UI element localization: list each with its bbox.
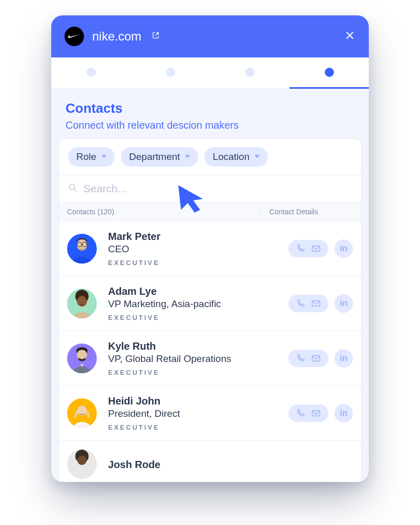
contact-name: Kyle Ruth [108, 340, 288, 352]
contact-tag: EXECUTIVE [108, 259, 288, 267]
page-title: Contacts [66, 100, 354, 116]
search-row [59, 175, 361, 202]
tab-2[interactable] [131, 57, 210, 89]
tab-1[interactable] [51, 57, 131, 89]
svg-rect-12 [312, 411, 320, 416]
filter-label: Location [213, 151, 249, 163]
phone-email-button[interactable] [288, 350, 328, 367]
avatar [67, 234, 97, 264]
linkedin-button[interactable]: in [334, 294, 353, 313]
contact-tag: EXECUTIVE [108, 423, 288, 431]
avatar [67, 398, 97, 428]
svg-point-14 [77, 456, 87, 465]
contact-actions: in [288, 239, 353, 258]
svg-point-0 [69, 184, 75, 190]
email-icon [311, 354, 321, 363]
phone-icon [296, 409, 306, 418]
email-icon [311, 244, 321, 253]
tab-dot-icon [245, 68, 255, 77]
column-contacts: Contacts (120) [59, 203, 261, 221]
contact-actions: in [288, 294, 353, 313]
search-icon [68, 183, 77, 194]
avatar [67, 344, 97, 373]
contact-info: Josh Rode [108, 459, 353, 471]
filter-role[interactable]: Role [68, 147, 115, 167]
contact-tag: EXECUTIVE [108, 314, 288, 321]
contact-row[interactable]: Heidi John President, Direct EXECUTIVE i… [59, 386, 361, 441]
filter-label: Department [129, 151, 180, 163]
contact-title: VP Marketing, Asia-pacific [108, 298, 288, 310]
contact-title: President, Direct [108, 408, 288, 419]
contact-name: Heidi John [108, 395, 288, 407]
nike-swoosh-icon [68, 33, 81, 40]
contact-tag: EXECUTIVE [108, 369, 288, 376]
contact-row[interactable]: Josh Rode [59, 441, 361, 482]
brand-logo [65, 27, 84, 46]
tab-dot-icon [166, 68, 175, 77]
phone-icon [296, 354, 306, 363]
contact-info: Kyle Ruth VP, Global Retail Operations E… [108, 340, 288, 376]
contact-row[interactable]: Kyle Ruth VP, Global Retail Operations E… [59, 331, 361, 386]
contact-info: Adam Lye VP Marketing, Asia-pacific EXEC… [108, 286, 288, 321]
column-details: Contact Details [261, 203, 361, 221]
svg-rect-4 [312, 246, 320, 252]
svg-point-11 [77, 406, 87, 416]
contact-title: CEO [108, 244, 288, 255]
contact-title: VP, Global Retail Operations [108, 353, 288, 365]
phone-email-button[interactable] [288, 240, 328, 257]
contacts-panel: nike.com Contacts Connect with relevant … [51, 15, 369, 482]
column-headers: Contacts (120) Contact Details [59, 202, 361, 221]
phone-icon [296, 244, 306, 253]
avatar [67, 289, 97, 318]
phone-email-button[interactable] [288, 405, 328, 422]
contacts-card: Role Department Location Contac [58, 138, 362, 482]
contact-row[interactable]: Mark Peter CEO EXECUTIVE in [59, 221, 361, 276]
search-input[interactable] [83, 183, 352, 195]
page-subtitle: Connect with relevant descion makers [66, 119, 354, 131]
svg-rect-10 [312, 356, 320, 361]
filter-department[interactable]: Department [121, 147, 198, 167]
contact-actions: in [288, 349, 353, 368]
panel-header: nike.com [51, 15, 369, 57]
chevron-down-icon [101, 155, 107, 159]
contact-name: Adam Lye [108, 286, 288, 297]
tab-3[interactable] [210, 57, 289, 89]
linkedin-icon: in [340, 244, 347, 254]
contact-info: Mark Peter CEO EXECUTIVE [108, 231, 288, 267]
filter-bar: Role Department Location [59, 139, 361, 175]
tab-bar [51, 57, 369, 89]
contact-name: Josh Rode [108, 459, 353, 471]
filter-label: Role [76, 151, 96, 163]
linkedin-button[interactable]: in [334, 404, 353, 422]
linkedin-icon: in [340, 298, 347, 309]
contact-row[interactable]: Adam Lye VP Marketing, Asia-pacific EXEC… [59, 276, 361, 331]
linkedin-button[interactable]: in [334, 239, 353, 258]
phone-email-button[interactable] [288, 295, 328, 312]
contact-name: Mark Peter [108, 231, 288, 243]
svg-rect-8 [312, 301, 320, 307]
tab-dot-icon [325, 68, 334, 77]
linkedin-icon: in [340, 408, 347, 418]
page-heading: Contacts Connect with relevant descion m… [51, 89, 369, 138]
contact-actions: in [288, 404, 353, 422]
email-icon [311, 299, 321, 308]
email-icon [311, 409, 321, 418]
close-button[interactable] [344, 30, 355, 43]
tab-dot-icon [87, 68, 96, 77]
chevron-down-icon [255, 155, 260, 159]
domain-label: nike.com [92, 29, 141, 44]
linkedin-icon: in [340, 353, 347, 364]
open-external-icon[interactable] [152, 31, 160, 42]
contact-info: Heidi John President, Direct EXECUTIVE [108, 395, 288, 431]
phone-icon [296, 299, 306, 308]
filter-location[interactable]: Location [204, 147, 268, 167]
linkedin-button[interactable]: in [334, 349, 353, 368]
avatar [67, 449, 97, 479]
tab-4[interactable] [289, 57, 369, 89]
chevron-down-icon [185, 155, 190, 159]
